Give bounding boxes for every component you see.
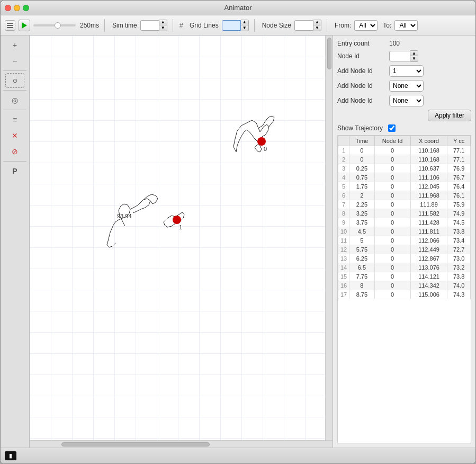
table-row[interactable]: 6 2 0 111.968 76.1 — [338, 191, 471, 200]
node-id-label: Node Id — [337, 52, 385, 60]
vertical-scrollbar[interactable] — [325, 35, 333, 440]
bottom-bar: ▮ — [1, 448, 475, 463]
sidebar-btn-pause-tool[interactable]: P — [5, 164, 24, 179]
to-select[interactable]: All — [394, 20, 418, 31]
sidebar-btn-id-tool[interactable]: ⊙ — [5, 73, 24, 88]
table-row[interactable]: 2 0 0 110.168 77.1 — [338, 155, 471, 164]
sidebar-separator1 — [3, 70, 26, 71]
cell-node-id: 0 — [374, 191, 410, 200]
node-id-field[interactable]: 0 — [389, 51, 410, 61]
cell-row-num: 2 — [338, 155, 349, 164]
col-header-time[interactable]: Time — [349, 136, 374, 146]
entry-count-row: Entry count 100 — [337, 40, 471, 47]
h-scrollbar-thumb[interactable] — [61, 442, 210, 447]
sidebar-btn-grid-tool[interactable]: ✕ — [5, 128, 24, 143]
grid-lines-up[interactable]: ▲ — [241, 20, 248, 25]
sidebar-btn-zoom-in[interactable]: + — [5, 38, 24, 52]
table-row[interactable]: 1 0 0 110.168 77.1 — [338, 146, 471, 155]
sidebar-separator3 — [3, 110, 26, 110]
sim-time-up[interactable]: ▲ — [159, 20, 167, 25]
speed-slider[interactable] — [33, 24, 76, 26]
from-select[interactable]: All — [354, 20, 378, 31]
table-row[interactable]: 15 7.75 0 114.121 73.8 — [338, 272, 471, 281]
node-id-down[interactable]: ▼ — [410, 56, 418, 61]
node-size-field[interactable]: 2 — [294, 20, 313, 31]
table-row[interactable]: 14 6.5 0 113.076 73.2 — [338, 263, 471, 272]
table-row[interactable]: 7 2.25 0 111.89 75.9 — [338, 200, 471, 209]
sidebar-btn-zoom-out[interactable]: − — [5, 53, 24, 68]
show-trajectory-checkbox[interactable] — [388, 124, 396, 132]
canvas-area[interactable]: 0 93.94 1 ( — [30, 35, 333, 448]
cell-row-num: 4 — [338, 173, 349, 182]
table-row[interactable]: 13 6.25 0 112.867 73.0 — [338, 254, 471, 263]
sidebar-btn-list-tool[interactable]: ≡ — [5, 112, 24, 127]
sidebar-btn-cancel-tool[interactable]: ⊘ — [5, 144, 24, 159]
cell-x-coord: 110.637 — [410, 164, 447, 173]
node-id-up[interactable]: ▲ — [410, 51, 418, 56]
main-content: + − ⊙ ◎ ≡ ✕ ⊘ P — [1, 35, 475, 448]
add-node-id-2-select-container: None 0 1 — [389, 80, 424, 92]
col-header-node-id[interactable]: Node Id — [374, 136, 410, 146]
cell-time: 2.25 — [349, 200, 374, 209]
left-sidebar: + − ⊙ ◎ ≡ ✕ ⊘ P — [1, 35, 30, 448]
table-row[interactable]: 17 8.75 0 115.006 74.3 — [338, 290, 471, 299]
sim-time-field[interactable]: 0 — [140, 20, 159, 31]
cell-row-num: 17 — [338, 290, 349, 299]
cell-row-num: 7 — [338, 200, 349, 209]
cell-x-coord: 111.582 — [410, 209, 447, 218]
grid-lines-field[interactable]: 17 — [222, 20, 241, 31]
node-size-up[interactable]: ▲ — [313, 20, 321, 25]
play-button[interactable] — [19, 20, 30, 31]
table-row[interactable]: 10 4.5 0 111.811 73.8 — [338, 227, 471, 236]
cell-node-id: 0 — [374, 218, 410, 227]
apply-filter-container: Apply filter — [337, 110, 471, 121]
cell-x-coord: 111.968 — [410, 191, 447, 200]
v-scrollbar-thumb[interactable] — [327, 38, 331, 69]
sidebar-toggle-button[interactable] — [5, 20, 15, 31]
to-label: To: — [383, 22, 391, 29]
cell-x-coord: 114.342 — [410, 281, 447, 290]
cell-time: 4.5 — [349, 227, 374, 236]
table-row[interactable]: 12 5.75 0 112.449 72.7 — [338, 245, 471, 254]
node-size-down[interactable]: ▼ — [313, 25, 321, 31]
cell-x-coord: 112.449 — [410, 245, 447, 254]
horizontal-scrollbar[interactable] — [30, 440, 333, 448]
table-row[interactable]: 9 3.75 0 111.428 74.5 — [338, 218, 471, 227]
cell-node-id: 0 — [374, 290, 410, 299]
cell-row-num: 8 — [338, 209, 349, 218]
table-row[interactable]: 3 0.25 0 110.637 76.9 — [338, 164, 471, 173]
svg-text:0: 0 — [264, 146, 267, 152]
cell-time: 2 — [349, 191, 374, 200]
cell-y-coord: 76.9 — [447, 164, 471, 173]
close-button[interactable] — [5, 5, 11, 11]
maximize-button[interactable] — [23, 5, 29, 11]
data-table[interactable]: Time Node Id X coord Y cc 1 0 0 110.168 … — [337, 135, 471, 443]
col-header-row — [338, 136, 349, 146]
table-row[interactable]: 8 3.25 0 111.582 74.9 — [338, 209, 471, 218]
add-node-id-2-select[interactable]: None 0 1 — [389, 80, 424, 92]
sidebar-btn-spiral-tool[interactable]: ◎ — [5, 93, 24, 108]
table-row[interactable]: 16 8 0 114.342 74.0 — [338, 281, 471, 290]
grid-lines-down[interactable]: ▼ — [241, 25, 248, 31]
add-node-id-1-select[interactable]: 1 None 0 — [389, 65, 424, 77]
table-row[interactable]: 5 1.75 0 112.045 76.4 — [338, 182, 471, 191]
simulation-canvas: 0 93.94 1 ( — [30, 35, 333, 448]
table-row[interactable]: 11 5 0 112.066 73.4 — [338, 236, 471, 245]
divider4 — [327, 19, 327, 32]
sim-time-down[interactable]: ▼ — [159, 25, 167, 31]
cell-x-coord: 111.89 — [410, 200, 447, 209]
cell-y-coord: 74.0 — [447, 281, 471, 290]
col-header-y-coord[interactable]: Y cc — [447, 136, 471, 146]
node-id-row: Node Id 0 ▲ ▼ — [337, 50, 471, 62]
add-node-id-3-select[interactable]: None 0 1 — [389, 95, 424, 106]
add-node-id-3-select-container: None 0 1 — [389, 95, 424, 106]
cell-row-num: 15 — [338, 272, 349, 281]
apply-filter-button[interactable]: Apply filter — [428, 110, 471, 121]
minimize-button[interactable] — [14, 5, 20, 11]
cell-row-num: 3 — [338, 164, 349, 173]
cell-y-coord: 76.7 — [447, 173, 471, 182]
cell-time: 3.75 — [349, 218, 374, 227]
table-row[interactable]: 4 0.75 0 111.106 76.7 — [338, 173, 471, 182]
svg-text:93.94: 93.94 — [117, 213, 132, 219]
col-header-x-coord[interactable]: X coord — [410, 136, 447, 146]
